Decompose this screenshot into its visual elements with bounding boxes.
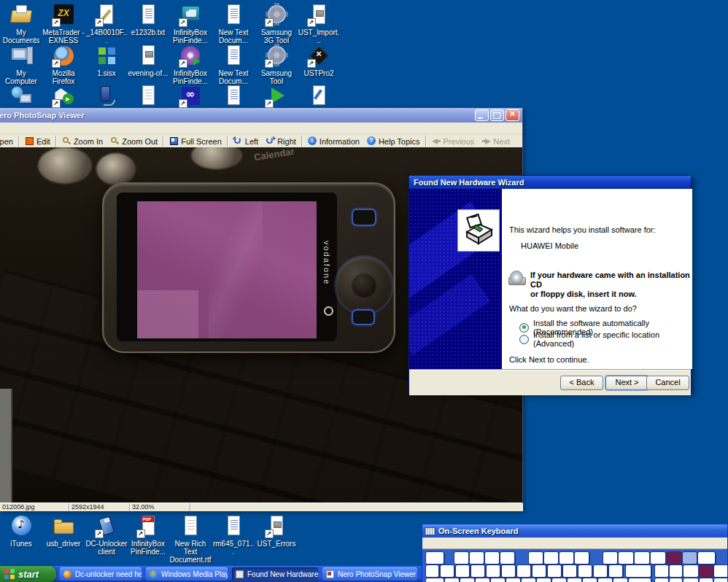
toolbar-button[interactable]: Open [0, 134, 17, 148]
minimize-button[interactable] [475, 109, 489, 121]
osk-key[interactable] [697, 551, 716, 564]
osk-key[interactable] [699, 578, 713, 582]
desktop-icon[interactable]: ↗ InfinityBox PinFinde... [169, 3, 212, 44]
toolbar-button[interactable]: Zoom Out [107, 134, 161, 148]
desktop-icon[interactable]: ↗ [42, 84, 85, 109]
toolbar-button[interactable]: Edit [21, 134, 54, 148]
desktop-icon[interactable] [212, 84, 255, 109]
osk-key[interactable] [593, 564, 608, 578]
taskbar-task-button[interactable]: Nero PhotoSnap Viewer [322, 567, 417, 581]
desktop-icon[interactable]: e1232b.txt [127, 3, 169, 36]
osk-key[interactable] [469, 551, 484, 564]
desktop-icon[interactable]: ↗ _14B0010F... [85, 3, 128, 44]
toolbar-button[interactable]: Previous [428, 134, 479, 148]
osk-key[interactable] [425, 578, 444, 582]
desktop-icon[interactable]: ↗ MetaTrader - EXNESS [42, 3, 85, 44]
osk-key[interactable] [486, 564, 500, 578]
desktop-icon[interactable]: ↗ Samsung 3G Tool [255, 3, 298, 44]
toolbar-button[interactable]: Next [478, 134, 514, 148]
desktop-icon[interactable]: ↗ DC-Unlocker client [85, 514, 128, 556]
maximize-button[interactable] [490, 109, 504, 121]
desktop-icon[interactable]: ↗ Samsung Tool [255, 44, 298, 85]
osk-key[interactable] [521, 578, 536, 582]
osk-key[interactable] [425, 564, 439, 578]
toolbar-button[interactable]: Zoom In [58, 134, 107, 148]
back-button[interactable]: < Back [560, 376, 603, 390]
desktop-icon[interactable]: ↗ UST_Import... [298, 3, 340, 44]
osk-key[interactable] [440, 564, 454, 578]
desktop-icon[interactable] [298, 84, 340, 109]
desktop-icon[interactable]: 1.sisx [85, 44, 128, 77]
desktop-icon[interactable]: ↗ InfinityBox PinFinde... [169, 44, 212, 85]
toolbar-button[interactable]: Left [230, 134, 262, 148]
osk-key[interactable] [578, 564, 592, 578]
osk-key[interactable] [682, 551, 697, 564]
osk-key[interactable] [699, 564, 713, 578]
toolbar-button[interactable]: Full Screen [166, 134, 225, 148]
osk-key[interactable] [455, 564, 470, 578]
desktop-icon[interactable]: ↗ InfinityBox PinFinde... [127, 514, 169, 556]
start-button[interactable]: start [0, 566, 56, 582]
osk-key[interactable] [490, 578, 506, 582]
osk-key[interactable] [618, 551, 634, 564]
desktop-icon[interactable]: iTunes [0, 514, 42, 548]
osk-key[interactable] [536, 578, 551, 582]
osk-key[interactable] [628, 578, 651, 582]
desktop-icon[interactable]: ↗ Mozilla Firefox [42, 44, 85, 85]
desktop-icon[interactable]: rm645_071... [212, 514, 255, 556]
osk-key[interactable] [613, 578, 628, 582]
taskbar-task-button[interactable]: Windows Media Player [146, 567, 228, 581]
osk-key[interactable] [559, 551, 574, 564]
desktop-icon[interactable]: ↗ USTPro2 [298, 44, 340, 77]
taskbar-task-button[interactable]: Dc-unlocker need hel... [60, 567, 142, 581]
osk-key[interactable] [574, 551, 589, 564]
desktop-icon[interactable]: usb_driver [42, 514, 85, 548]
taskbar-task-button[interactable]: Found New Hardware... [232, 567, 318, 581]
osk-key[interactable] [454, 551, 469, 564]
osk-key[interactable] [654, 578, 669, 582]
osk-key[interactable] [582, 578, 597, 582]
osk-key[interactable] [634, 551, 650, 564]
desktop-icon[interactable]: ↗ UST_Errors [255, 514, 298, 548]
desktop-icon[interactable]: New Text Docum... [212, 44, 255, 85]
radio-icon[interactable] [519, 335, 529, 344]
toolbar-button[interactable]: Right [262, 134, 300, 148]
osk-key[interactable] [683, 578, 699, 582]
osk-key[interactable] [500, 551, 515, 564]
osk-key[interactable] [543, 551, 559, 564]
osk-key[interactable] [713, 564, 728, 578]
desktop-icon[interactable]: New Rich Text Document.rtf [169, 514, 212, 564]
osk-key[interactable] [650, 551, 666, 564]
osk-key[interactable] [471, 564, 485, 578]
osk-key[interactable] [475, 578, 490, 582]
osk-key[interactable] [547, 564, 562, 578]
osk-key[interactable] [683, 564, 699, 578]
desktop-icon[interactable]: My Computer [0, 44, 42, 85]
osk-key[interactable] [460, 578, 475, 582]
osk-key[interactable] [567, 578, 582, 582]
osk-key[interactable] [528, 551, 543, 564]
desktop-icon[interactable] [85, 84, 128, 109]
osk-key[interactable] [625, 564, 651, 578]
next-button[interactable]: Next > [605, 376, 648, 390]
desktop-icon[interactable]: evening-of... [127, 44, 169, 77]
osk-key[interactable] [608, 564, 623, 578]
osk-key[interactable] [654, 564, 669, 578]
osk-key[interactable] [506, 578, 521, 582]
desktop-icon[interactable] [127, 84, 169, 109]
osk-key[interactable] [597, 578, 613, 582]
desktop-icon[interactable]: ↗ [169, 84, 212, 109]
osk-key[interactable] [425, 551, 444, 564]
cancel-button[interactable]: Cancel [646, 376, 689, 390]
toolbar-button[interactable]: Help Topics [363, 134, 424, 148]
osk-key[interactable] [713, 578, 728, 582]
osk-key[interactable] [669, 564, 683, 578]
osk-key[interactable] [501, 564, 516, 578]
wizard-option[interactable]: Install from a list or specific location… [519, 330, 692, 348]
toolbar-button[interactable]: Information [304, 134, 363, 148]
osk-key[interactable] [551, 578, 567, 582]
osk-key[interactable] [484, 551, 500, 564]
osk-key[interactable] [669, 578, 683, 582]
osk-key[interactable] [666, 551, 682, 564]
desktop-icon[interactable]: My Documents [0, 3, 42, 44]
